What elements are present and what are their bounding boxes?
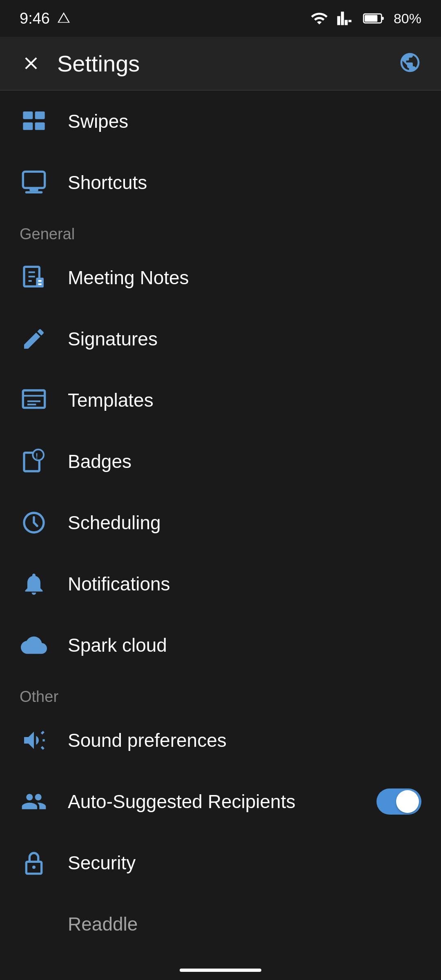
svg-point-29: [32, 866, 36, 869]
auto-suggested-recipients-label: Auto-Suggested Recipients: [68, 791, 295, 813]
auto-suggested-toggle[interactable]: [376, 788, 421, 815]
status-time: 9:46: [20, 10, 71, 27]
settings-item-auto-suggested-recipients[interactable]: Auto-Suggested Recipients: [0, 771, 441, 832]
settings-list: Swipes Shortcuts General Mee: [0, 91, 441, 955]
home-indicator: [180, 969, 261, 972]
language-button[interactable]: [399, 51, 421, 76]
close-button[interactable]: [20, 52, 42, 75]
toggle-on[interactable]: [376, 788, 421, 815]
auto-suggested-icon: [20, 787, 48, 816]
signal-icon: [336, 9, 354, 27]
header: Settings: [0, 37, 441, 90]
header-left: Settings: [20, 50, 140, 77]
svg-rect-2: [365, 15, 377, 22]
toggle-knob: [396, 790, 419, 813]
settings-item-badges[interactable]: ! Badges: [0, 431, 441, 492]
scheduling-label: Scheduling: [68, 512, 161, 534]
auto-suggested-row: Auto-Suggested Recipients: [68, 788, 421, 815]
templates-label: Templates: [68, 389, 154, 411]
swipes-icon: [20, 107, 48, 136]
sound-preferences-label: Sound preferences: [68, 729, 227, 751]
spark-cloud-label: Spark cloud: [68, 634, 167, 656]
settings-item-security[interactable]: Security: [0, 832, 441, 893]
spark-cloud-icon: [20, 631, 48, 659]
svg-rect-14: [36, 278, 44, 287]
settings-item-meeting-notes[interactable]: Meeting Notes: [0, 247, 441, 308]
settings-item-scheduling[interactable]: Scheduling: [0, 492, 441, 553]
svg-rect-1: [381, 17, 384, 20]
notifications-label: Notifications: [68, 573, 170, 595]
svg-rect-5: [23, 122, 33, 130]
swipes-label: Swipes: [68, 110, 128, 132]
section-general-header: General: [0, 213, 441, 247]
section-other-header: Other: [0, 676, 441, 710]
svg-line-26: [42, 747, 44, 749]
badges-label: Badges: [68, 450, 131, 472]
settings-item-notifications[interactable]: Notifications: [0, 553, 441, 615]
battery-icon: [363, 9, 385, 27]
meeting-notes-label: Meeting Notes: [68, 267, 189, 289]
svg-line-25: [42, 732, 44, 734]
security-label: Security: [68, 852, 136, 874]
svg-point-22: [33, 450, 44, 461]
shortcuts-icon: [20, 168, 48, 197]
signatures-label: Signatures: [68, 328, 158, 350]
time-text: 9:46: [20, 10, 50, 27]
settings-item-readdle[interactable]: Readdle: [0, 893, 441, 955]
svg-rect-3: [23, 111, 33, 119]
meeting-notes-icon: [20, 263, 48, 292]
settings-item-spark-cloud[interactable]: Spark cloud: [0, 615, 441, 676]
readdle-icon: [20, 910, 48, 938]
settings-item-swipes[interactable]: Swipes: [0, 91, 441, 152]
readdle-label: Readdle: [68, 913, 138, 935]
page-title: Settings: [57, 50, 140, 77]
svg-rect-9: [25, 191, 43, 193]
signatures-icon: [20, 325, 48, 353]
svg-rect-4: [35, 111, 45, 119]
security-icon: [20, 849, 48, 877]
status-bar: 9:46 80%: [0, 0, 441, 37]
svg-rect-6: [35, 122, 45, 130]
wifi-icon: [310, 9, 328, 27]
templates-icon: [20, 386, 48, 414]
settings-item-signatures[interactable]: Signatures: [0, 308, 441, 370]
notifications-icon: [20, 570, 48, 598]
settings-item-templates[interactable]: Templates: [0, 370, 441, 431]
settings-item-sound-preferences[interactable]: Sound preferences: [0, 710, 441, 771]
badges-icon: !: [20, 447, 48, 476]
status-icons: 80%: [310, 9, 421, 27]
svg-text:!: !: [36, 452, 38, 460]
shortcuts-label: Shortcuts: [68, 172, 147, 194]
svg-rect-8: [29, 188, 38, 191]
sound-preferences-icon: [20, 726, 48, 755]
scheduling-icon: [20, 508, 48, 537]
battery-percentage: 80%: [394, 11, 421, 27]
alert-icon: [56, 11, 71, 26]
settings-item-shortcuts[interactable]: Shortcuts: [0, 152, 441, 213]
svg-rect-7: [23, 172, 45, 188]
